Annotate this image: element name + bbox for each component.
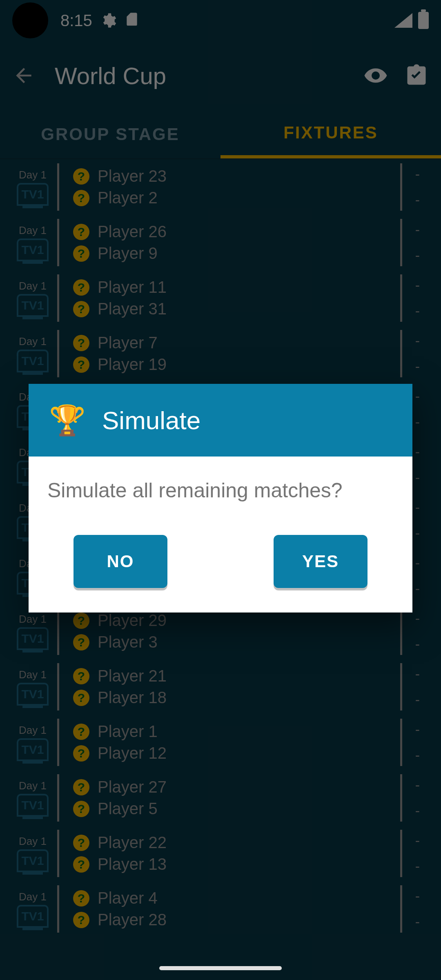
dialog-actions: NO YES	[29, 535, 412, 612]
yes-button[interactable]: YES	[274, 535, 368, 588]
trophy-icon: 🏆	[49, 403, 86, 438]
simulate-dialog: 🏆 Simulate Simulate all remaining matche…	[29, 384, 412, 612]
dialog-title: Simulate	[102, 406, 200, 435]
dialog-message: Simulate all remaining matches?	[29, 457, 412, 535]
no-button[interactable]: NO	[74, 535, 167, 588]
dialog-header: 🏆 Simulate	[29, 384, 412, 457]
nav-gesture-hint[interactable]	[159, 966, 282, 970]
